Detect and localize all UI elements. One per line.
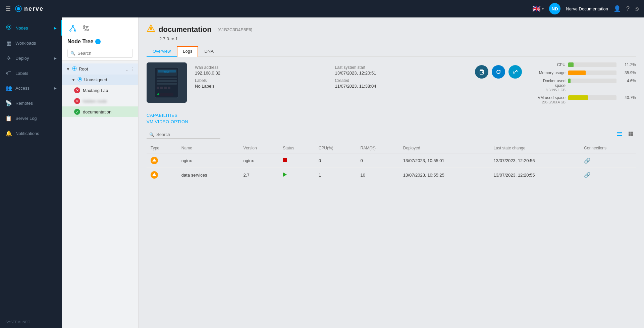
language-selector[interactable]: 🇬🇧 ▾ <box>532 5 544 13</box>
workloads-search-icon: 🔍 <box>149 132 154 137</box>
tree-node-documentation[interactable]: ✓ documentation <box>62 106 138 117</box>
tab-dna[interactable]: DNA <box>198 46 219 57</box>
docker-sub-label: 8.9/195.1 GB <box>535 88 566 92</box>
sidebar-item-nodes[interactable]: Nodes ▶ <box>0 20 62 36</box>
node-device-image: nerve <box>147 62 187 103</box>
user-profile-icon[interactable]: 👤 <box>613 5 621 12</box>
detail-node-status-icon <box>147 24 155 35</box>
node-tree-search-box[interactable]: 🔍 <box>67 49 133 58</box>
node-tree-info-icon[interactable]: i <box>95 39 101 44</box>
detail-node-name: documentation <box>159 25 212 34</box>
svg-point-6 <box>74 30 76 31</box>
svg-point-2 <box>8 26 10 28</box>
node-tree-panel: Node Tree i 🔍 ▼ Root ↓ ⋮ <box>62 17 139 328</box>
list-view-tab[interactable] <box>81 23 92 35</box>
hamburger-menu-icon[interactable]: ☰ <box>5 5 11 12</box>
node-meta-info: Wan address 192.168.0.32 Last system sta… <box>195 62 467 89</box>
row-cpu-ds: 1 <box>315 168 357 182</box>
detail-node-version: 2.7.0-rc.1 <box>159 36 636 41</box>
sidebar-item-labels[interactable]: 🏷 Labels <box>0 66 62 81</box>
row-version-ds: 2.7 <box>239 168 279 182</box>
col-connections: Connections <box>580 143 636 153</box>
sidebar-item-access[interactable]: 👥 Access ▶ <box>0 81 62 96</box>
remotes-label: Remotes <box>15 101 57 106</box>
nginx-type-icon <box>151 157 158 164</box>
svg-rect-43 <box>629 134 631 136</box>
row-connections-ds[interactable]: 🔗 <box>580 168 636 182</box>
language-chevron-icon: ▾ <box>542 7 544 11</box>
sidebar-item-workloads[interactable]: ▦ Workloads <box>0 36 62 51</box>
last-start-value: 13/07/2023, 12:20:51 <box>335 71 467 76</box>
wan-label: Wan address <box>195 65 327 70</box>
deploy-arrow-icon: ▶ <box>54 56 57 60</box>
svg-point-16 <box>73 67 75 69</box>
tree-node-unassigned-group[interactable]: ▼ Unassigned <box>62 75 138 85</box>
blurred-label: hidden node <box>83 99 107 104</box>
delete-node-button[interactable] <box>475 65 488 79</box>
svg-point-21 <box>150 27 152 30</box>
workloads-search-box[interactable]: 🔍 <box>147 131 220 139</box>
deploy-icon: ✈ <box>5 55 12 61</box>
docker-bar-row: Docker used space 8.9/195.1 GB 4.6% <box>535 79 636 92</box>
detail-node-id: [A1B2C3D4E5F6] <box>218 27 252 32</box>
link-node-button[interactable] <box>508 65 522 79</box>
sidebar-item-remotes[interactable]: 📡 Remotes <box>0 96 62 111</box>
svg-point-34 <box>157 93 159 95</box>
created-value: 11/07/2023, 11:38:04 <box>335 84 467 89</box>
sidebar-item-deploy[interactable]: ✈ Deploy ▶ <box>0 51 62 66</box>
tree-node-maxtang[interactable]: ✕ Maxtang Lab <box>62 85 138 96</box>
root-collapse-icon[interactable]: ▼ <box>66 67 70 72</box>
svg-rect-33 <box>160 93 173 96</box>
help-icon[interactable]: ? <box>626 5 630 12</box>
svg-point-10 <box>84 28 85 29</box>
svg-rect-32 <box>168 87 170 89</box>
capabilities-link[interactable]: CAPABILITIES <box>147 113 636 118</box>
user-avatar[interactable]: ND <box>549 3 560 14</box>
sidebar-item-serverlog[interactable]: 📋 Server Log <box>0 111 62 126</box>
docker-bar-fill <box>568 79 571 83</box>
restart-node-button[interactable] <box>492 65 505 79</box>
row-connections-nginx[interactable]: 🔗 <box>580 153 636 168</box>
col-version: Version <box>239 143 279 153</box>
sidebar-item-notifications[interactable]: 🔔 Notifications <box>0 126 62 141</box>
nginx-connection-link-icon[interactable]: 🔗 <box>584 158 591 163</box>
workloads-table: Type Name Version Status CPU(%) RAM(%) D… <box>147 143 636 182</box>
nodes-arrow-icon: ▶ <box>54 26 57 30</box>
vm-bar-value: 40.7% <box>619 95 636 100</box>
docker-bar-label: Docker used space <box>535 79 566 88</box>
svg-rect-28 <box>157 83 177 85</box>
tab-overview[interactable]: Overview <box>147 46 177 57</box>
workloads-search-input[interactable] <box>156 132 218 137</box>
grid-view-button[interactable] <box>626 130 636 140</box>
system-info-link[interactable]: SYSTEM INFO <box>0 316 62 328</box>
tree-node-root[interactable]: ▼ Root ↓ ⋮ <box>62 63 138 75</box>
svg-point-0 <box>17 7 20 10</box>
memory-bar-value: 35.9% <box>619 71 636 75</box>
svg-marker-46 <box>152 173 156 176</box>
view-toggle-buttons <box>614 130 636 140</box>
nodes-label: Nodes <box>15 26 51 31</box>
logout-icon[interactable]: ⎋ <box>635 5 639 12</box>
col-type: Type <box>147 143 177 153</box>
tab-logs[interactable]: Logs <box>177 46 198 57</box>
unassigned-collapse-icon[interactable]: ▼ <box>71 78 75 82</box>
tree-node-blurred[interactable]: ✕ hidden node <box>62 96 138 106</box>
list-view-button[interactable] <box>614 130 625 140</box>
row-version-nginx: nginx <box>239 153 279 168</box>
vm-video-option-link[interactable]: VM VIDEO OPTION <box>147 119 636 124</box>
svg-line-7 <box>70 27 73 30</box>
access-label: Access <box>15 86 51 91</box>
ds-status-icon <box>283 172 287 177</box>
table-row: nginx nginx 0 0 13/07/2023, 10:55:01 13/… <box>147 153 636 168</box>
node-search-input[interactable] <box>77 51 130 56</box>
maxtang-status-icon: ✕ <box>74 87 80 93</box>
root-sort-icon[interactable]: ↓ <box>126 66 128 72</box>
blurred-status-icon: ✕ <box>74 98 80 104</box>
tree-view-tab[interactable] <box>67 23 78 35</box>
ds-connection-link-icon[interactable]: 🔗 <box>584 172 591 178</box>
user-name-label[interactable]: Nerve Documentation <box>566 6 608 11</box>
labels-meta-label: Labels <box>195 78 327 83</box>
root-more-icon[interactable]: ⋮ <box>130 67 134 72</box>
vm-sub-label: 205.0/503.4 GB <box>535 100 566 104</box>
col-ram: RAM(%) <box>357 143 399 153</box>
